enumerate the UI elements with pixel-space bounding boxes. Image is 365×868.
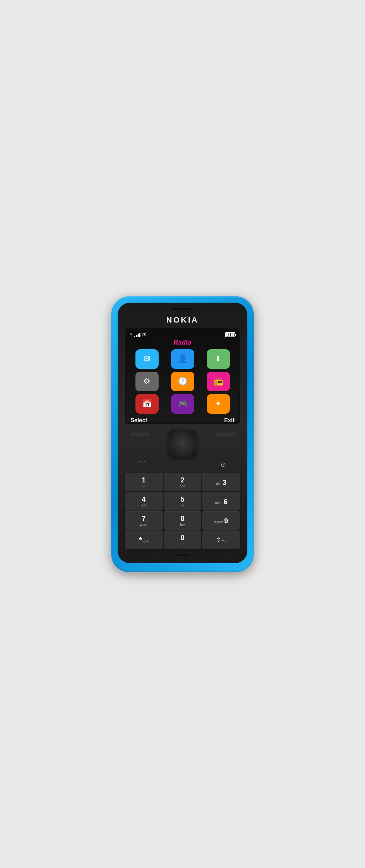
screen-bezel: Y ✉	[125, 328, 240, 424]
antenna-icon: Y	[130, 333, 132, 337]
dpad[interactable]	[168, 429, 197, 457]
soft-key-right-label: Exit	[224, 417, 235, 422]
key-def[interactable]: def 3	[202, 473, 240, 491]
call-buttons-row: ⌒ ⊙	[123, 459, 242, 470]
call-end-button[interactable]: ⊙	[215, 459, 231, 470]
signal-area: Y ✉	[130, 332, 146, 338]
radio-title: Radio	[126, 339, 239, 346]
screen: Y ✉	[126, 330, 239, 422]
nav-cluster	[123, 429, 242, 457]
key-2[interactable]: 2 abc	[164, 473, 202, 491]
soft-key-left-label: Select	[130, 417, 147, 422]
app-icon-radio[interactable]: 📻	[207, 372, 230, 391]
app-icon-store[interactable]: ✦	[207, 394, 230, 414]
app-icon-messages[interactable]: ✉	[135, 349, 159, 369]
phone-body: NOKIA Y ✉	[111, 296, 254, 572]
bottom-speaker	[175, 554, 190, 556]
screen-inner: Y ✉	[126, 330, 239, 422]
top-speaker	[172, 308, 193, 310]
key-mno[interactable]: mno 6	[202, 492, 240, 511]
phone-bottom: ⌒ ⊙ 1 ∞ 2 abc def 3 4 ghi 5	[118, 424, 247, 563]
app-icon-clock[interactable]: 🕐	[171, 372, 194, 391]
battery-icon	[225, 332, 235, 337]
app-icon-calendar[interactable]: 📅	[135, 394, 159, 414]
brand-label: NOKIA	[123, 315, 242, 325]
battery-cell	[232, 333, 234, 336]
battery-cell	[228, 333, 230, 336]
key-1[interactable]: 1 ∞	[125, 473, 163, 491]
app-icon-games[interactable]: 🎮	[171, 394, 194, 414]
key-5[interactable]: 5 jkl	[164, 492, 202, 511]
key-8[interactable]: 8 tuv	[164, 511, 202, 530]
app-icon-updates[interactable]: ⬇	[207, 349, 230, 369]
key-*[interactable]: * ☺+	[125, 530, 163, 549]
right-softkey-btn[interactable]	[215, 433, 235, 436]
keypad: 1 ∞ 2 abc def 3 4 ghi 5 jkl mno 6	[123, 473, 242, 549]
battery-cell	[231, 333, 232, 336]
app-icon-contacts[interactable]: 👤	[171, 349, 194, 369]
key-7[interactable]: 7 pqrs	[125, 511, 163, 530]
phone: NOKIA Y ✉	[111, 296, 254, 572]
battery-body	[225, 332, 235, 337]
battery-cell	[226, 333, 228, 336]
phone-top: NOKIA Y ✉	[118, 303, 247, 424]
soft-keys-row: Select Exit	[126, 415, 239, 422]
left-softkey-btn[interactable]	[130, 433, 150, 436]
signal-bars	[134, 332, 140, 337]
mail-icon: ✉	[142, 332, 146, 338]
key-⇧[interactable]: ⇧ ✦#	[202, 530, 240, 549]
app-icon-settings[interactable]: ⚙	[135, 372, 159, 391]
app-grid: ✉👤⬇⚙🕐📻📅🎮✦	[126, 349, 239, 414]
key-0[interactable]: 0 ⌴	[164, 530, 202, 549]
call-answer-button[interactable]: ⌒	[134, 459, 150, 470]
key-wxyz[interactable]: wxyz 9	[202, 511, 240, 530]
key-4[interactable]: 4 ghi	[125, 492, 163, 511]
status-bar: Y ✉	[126, 330, 239, 339]
